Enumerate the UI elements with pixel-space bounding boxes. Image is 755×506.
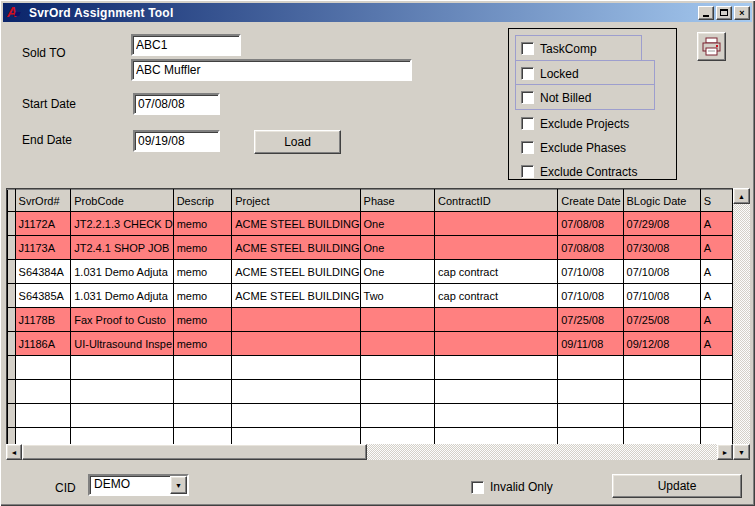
grid-cell[interactable] (232, 308, 360, 332)
grid-cell[interactable]: memo (173, 284, 232, 308)
load-button[interactable]: Load (254, 130, 341, 154)
grid-row[interactable]: J1172AJT2.2.1.3 CHECK DmemoACME STEEL BU… (8, 212, 733, 236)
row-selector[interactable] (8, 356, 16, 380)
not-billed-checkbox[interactable] (521, 91, 534, 104)
grid-cell[interactable] (173, 380, 232, 404)
scroll-right-button[interactable]: ► (717, 444, 733, 460)
grid-cell[interactable]: 07/10/08 (558, 260, 623, 284)
grid-cell[interactable] (558, 356, 623, 380)
grid-cell[interactable]: UI-Ultrasound Inspe (71, 332, 173, 356)
vertical-scroll-track[interactable] (733, 204, 750, 444)
grid-cell[interactable] (173, 356, 232, 380)
grid-cell[interactable] (558, 404, 623, 428)
grid-cell[interactable] (360, 308, 435, 332)
row-selector[interactable] (8, 332, 16, 356)
row-selector[interactable] (8, 308, 16, 332)
grid-cell[interactable]: 1.031 Demo Adjuta (71, 284, 173, 308)
grid-cell[interactable]: A (700, 260, 732, 284)
grid-cell[interactable]: ACME STEEL BUILDING (232, 260, 360, 284)
grid-cell[interactable]: One (360, 260, 435, 284)
exclude-projects-checkbox[interactable] (521, 117, 534, 130)
grid-cell[interactable] (173, 428, 232, 445)
grid-row[interactable]: J1178BFax Proof to Customemo07/25/0807/2… (8, 308, 733, 332)
grid-cell[interactable] (232, 404, 360, 428)
grid-cell[interactable]: A (700, 332, 732, 356)
print-button[interactable] (697, 32, 726, 61)
dropdown-arrow-button[interactable]: ▼ (170, 476, 187, 494)
grid-cell[interactable]: 07/25/08 (623, 308, 700, 332)
grid-cell[interactable] (623, 428, 700, 445)
grid-cell[interactable]: 09/11/08 (558, 332, 623, 356)
grid-cell[interactable]: S64385A (15, 284, 71, 308)
grid-cell[interactable] (435, 404, 558, 428)
grid-cell[interactable]: Two (360, 284, 435, 308)
grid-cell[interactable] (360, 332, 435, 356)
grid-cell[interactable] (623, 356, 700, 380)
grid-cell[interactable] (558, 428, 623, 445)
grid-column-header[interactable]: BLogic Date (623, 190, 700, 212)
grid-cell[interactable] (435, 428, 558, 445)
grid-cell[interactable] (71, 404, 173, 428)
start-date-input[interactable] (133, 93, 220, 115)
grid-cell[interactable] (232, 380, 360, 404)
grid-cell[interactable] (558, 380, 623, 404)
grid-cell[interactable]: A (700, 308, 732, 332)
grid-row[interactable]: J1186AUI-Ultrasound Inspememo09/11/0809/… (8, 332, 733, 356)
grid-column-header[interactable]: SvrOrd# (15, 190, 71, 212)
grid-row[interactable] (8, 404, 733, 428)
scroll-left-button[interactable]: ◄ (6, 444, 22, 460)
grid-cell[interactable]: 07/10/08 (623, 284, 700, 308)
row-selector[interactable] (8, 404, 16, 428)
cid-dropdown[interactable]: DEMO ▼ (88, 474, 189, 496)
sold-to-name-input[interactable] (131, 59, 412, 81)
grid-cell[interactable]: J1172A (15, 212, 71, 236)
grid-cell[interactable]: Fax Proof to Custo (71, 308, 173, 332)
grid-cell[interactable] (71, 356, 173, 380)
grid-cell[interactable]: memo (173, 332, 232, 356)
grid-cell[interactable] (232, 332, 360, 356)
grid-cell[interactable]: memo (173, 260, 232, 284)
grid-cell[interactable] (71, 380, 173, 404)
grid-cell[interactable]: memo (173, 308, 232, 332)
grid-cell[interactable]: A (700, 284, 732, 308)
grid-row[interactable]: S64385A1.031 Demo AdjutamemoACME STEEL B… (8, 284, 733, 308)
end-date-input[interactable] (133, 130, 220, 152)
grid-column-header[interactable]: Create Date (558, 190, 623, 212)
grid-column-header[interactable]: Project (232, 190, 360, 212)
grid-cell[interactable] (435, 308, 558, 332)
maximize-button[interactable] (716, 6, 732, 20)
grid-cell[interactable] (232, 428, 360, 445)
grid-cell[interactable]: 07/08/08 (558, 236, 623, 260)
grid-row[interactable]: S64384A1.031 Demo AdjutamemoACME STEEL B… (8, 260, 733, 284)
grid-cell[interactable] (700, 356, 732, 380)
grid-cell[interactable]: One (360, 236, 435, 260)
grid-cell[interactable]: cap contract (435, 260, 558, 284)
grid-cell[interactable] (15, 380, 71, 404)
scroll-up-button[interactable]: ▲ (733, 188, 750, 204)
grid-cell[interactable]: memo (173, 236, 232, 260)
grid-cell[interactable] (700, 380, 732, 404)
grid-cell[interactable] (360, 428, 435, 445)
grid-cell[interactable]: cap contract (435, 284, 558, 308)
grid-cell[interactable] (360, 404, 435, 428)
locked-checkbox[interactable] (521, 67, 534, 80)
grid-column-header[interactable]: ProbCode (71, 190, 173, 212)
grid-cell[interactable] (173, 404, 232, 428)
invalid-only-checkbox[interactable] (471, 481, 484, 494)
grid-horizontal-scrollbar[interactable]: ◄ ► (6, 444, 733, 460)
close-button[interactable]: × (734, 6, 750, 20)
grid-cell[interactable] (360, 380, 435, 404)
grid-column-header[interactable]: Phase (360, 190, 435, 212)
row-selector[interactable] (8, 260, 16, 284)
grid-row[interactable] (8, 356, 733, 380)
grid-cell[interactable] (435, 356, 558, 380)
grid-cell[interactable]: 07/08/08 (558, 212, 623, 236)
grid-cell[interactable] (15, 356, 71, 380)
grid-column-header[interactable]: Descrip (173, 190, 232, 212)
grid-cell[interactable]: A (700, 236, 732, 260)
grid-column-header[interactable]: ContractID (435, 190, 558, 212)
row-selector[interactable] (8, 236, 16, 260)
grid-row[interactable] (8, 428, 733, 445)
grid-cell[interactable]: ACME STEEL BUILDING (232, 212, 360, 236)
grid-cell[interactable] (15, 404, 71, 428)
